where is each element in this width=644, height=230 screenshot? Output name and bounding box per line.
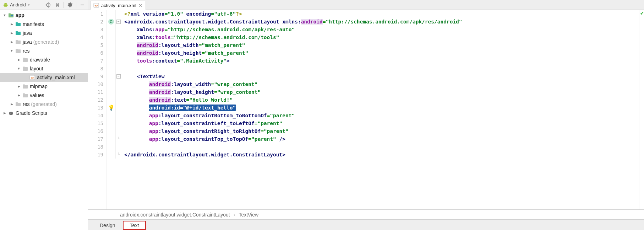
code-line[interactable] <box>122 65 639 73</box>
code-editor[interactable]: 12345678910111213141516171819 C💡 −−└└ <?… <box>88 10 644 209</box>
tree-item-res[interactable]: ▼res <box>0 46 88 55</box>
svg-point-10 <box>11 15 13 16</box>
tree-item-java[interactable]: ▶java <box>0 28 88 37</box>
svg-rect-30 <box>16 102 18 103</box>
class-annotation-icon[interactable]: C <box>108 18 114 25</box>
svg-rect-7 <box>81 5 84 5</box>
tree-item-label: values <box>30 92 44 98</box>
tree-item-activity-main-xml[interactable]: <>activity_main.xml <box>0 73 88 82</box>
svg-rect-22 <box>23 66 25 68</box>
chevron-right-icon[interactable]: ▶ <box>9 31 14 36</box>
code-line[interactable]: android:id="@+id/text_hello" <box>122 104 639 112</box>
tree-item-suffix: (generated) <box>33 39 59 45</box>
tree-item-label: activity_main.xml <box>37 75 75 80</box>
folder-gray-icon <box>22 57 28 63</box>
svg-rect-2 <box>7 4 8 6</box>
fold-gutter[interactable]: −−└└ <box>116 10 122 159</box>
svg-point-31 <box>9 112 13 115</box>
folder-gray-icon <box>22 65 28 72</box>
tree-item-drawable[interactable]: ▶drawable <box>0 55 88 64</box>
chevron-down-icon[interactable]: ▼ <box>2 13 7 18</box>
xml-icon: <> <box>29 74 36 81</box>
folder-gray-icon <box>15 39 21 45</box>
fold-end-icon[interactable]: └ <box>116 137 121 141</box>
tree-item-manifests[interactable]: ▶manifests <box>0 20 88 28</box>
svg-rect-28 <box>23 93 25 94</box>
tree-item-label: mipmap <box>30 84 48 89</box>
tree-item-app[interactable]: ▼app <box>0 11 88 20</box>
tab-text[interactable]: Text <box>123 221 146 230</box>
line-number-gutter: 12345678910111213141516171819 <box>88 10 107 209</box>
code-line[interactable]: tools:context=".MainActivity"> <box>122 57 639 65</box>
chevron-right-icon[interactable]: ▶ <box>9 22 14 27</box>
file-tab-activity-main[interactable]: <> activity_main.xml ✕ <box>90 1 146 10</box>
svg-rect-9 <box>9 13 11 14</box>
fold-collapse-icon[interactable]: − <box>116 20 121 24</box>
tree-item-label: app <box>16 12 24 18</box>
tree-item-mipmap[interactable]: ▶mipmap <box>0 82 88 91</box>
code-line[interactable]: app:layout_constraintTop_toTopOf="parent… <box>122 135 639 143</box>
svg-point-6 <box>48 4 49 5</box>
svg-rect-0 <box>4 4 7 6</box>
code-line[interactable]: app:layout_constraintRight_toRightOf="pa… <box>122 127 639 135</box>
gear-icon[interactable] <box>66 1 74 9</box>
code-line[interactable]: <TextView <box>122 73 639 80</box>
svg-rect-12 <box>16 22 18 23</box>
tab-design[interactable]: Design <box>93 221 122 230</box>
breadcrumb-item-1[interactable]: TextView <box>239 212 258 218</box>
svg-text:<>: <> <box>94 4 98 7</box>
file-tab-label: activity_main.xml <box>101 3 136 8</box>
svg-point-3 <box>5 3 5 4</box>
code-line[interactable]: <?xml version="1.0" encoding="utf-8"?> <box>122 10 639 18</box>
error-stripe[interactable]: ✔ <box>639 10 644 209</box>
chevron-down-icon[interactable]: ▼ <box>16 66 21 71</box>
chevron-right-icon[interactable]: ▶ <box>16 84 21 89</box>
code-line[interactable]: app:layout_constraintBottom_toBottomOf="… <box>122 112 639 119</box>
tree-item-suffix: (generated) <box>31 101 56 107</box>
chevron-right-icon[interactable]: ▶ <box>16 57 21 62</box>
tree-item-layout[interactable]: ▼layout <box>0 64 88 73</box>
code-content[interactable]: <?xml version="1.0" encoding="utf-8"?><a… <box>122 10 639 209</box>
svg-rect-20 <box>23 58 25 59</box>
breadcrumb[interactable]: androidx.constraintlayout.widget.Constra… <box>88 209 644 219</box>
code-line[interactable]: <androidx.constraintlayout.widget.Constr… <box>122 18 639 26</box>
sidebar-title[interactable]: Android ▾ <box>1 2 31 8</box>
fold-end-icon[interactable]: └ <box>116 153 121 157</box>
chevron-down-icon[interactable]: ▼ <box>9 48 14 53</box>
code-line[interactable]: android:layout_height="wrap_content" <box>122 88 639 96</box>
code-line[interactable]: android:text="Hello World!" <box>122 96 639 104</box>
tree-item-label: java <box>23 30 32 36</box>
svg-point-32 <box>10 113 11 113</box>
code-line[interactable]: android:layout_width="wrap_content" <box>122 80 639 88</box>
chevron-right-icon[interactable]: ▶ <box>9 39 14 44</box>
module-icon <box>8 12 14 18</box>
chevron-right-icon[interactable]: ▶ <box>2 111 7 116</box>
fold-collapse-icon[interactable]: − <box>116 74 121 79</box>
code-line[interactable]: xmlns:tools="http://schemas.android.com/… <box>122 33 639 41</box>
code-line[interactable] <box>122 143 639 151</box>
project-tree[interactable]: ▼app▶manifests▶java▶java(generated)▼res▶… <box>0 10 88 230</box>
target-icon[interactable] <box>44 1 52 9</box>
tree-item-label: manifests <box>23 21 44 27</box>
breadcrumb-item-0[interactable]: androidx.constraintlayout.widget.Constra… <box>120 212 230 218</box>
minimize-icon[interactable] <box>78 1 86 9</box>
svg-rect-1 <box>4 4 4 6</box>
chevron-right-icon[interactable]: ▶ <box>16 93 21 98</box>
tree-item-gradle-scripts[interactable]: ▶Gradle Scripts <box>0 108 88 117</box>
project-sidebar: Android ▾ ▼app▶manifests▶java▶java(gener… <box>0 0 88 230</box>
tree-item-values[interactable]: ▶values <box>0 91 88 100</box>
intention-bulb-icon[interactable]: 💡 <box>108 105 114 111</box>
code-line[interactable]: xmlns:app="http://schemas.android.com/ap… <box>122 26 639 33</box>
collapse-icon[interactable] <box>54 1 61 9</box>
chevron-right-icon[interactable]: ▶ <box>9 102 14 107</box>
tree-item-java[interactable]: ▶java(generated) <box>0 37 88 46</box>
code-line[interactable]: </androidx.constraintlayout.widget.Const… <box>122 151 639 159</box>
code-line[interactable]: app:layout_constraintLeft_toLeftOf="pare… <box>122 119 639 127</box>
tree-item-label: res <box>23 48 29 54</box>
annotation-gutter: C💡 <box>107 10 116 159</box>
code-line[interactable]: android:layout_width="match_parent" <box>122 41 639 49</box>
tree-item-label: java <box>23 39 32 45</box>
code-line[interactable]: android:layout_height="match_parent" <box>122 49 639 57</box>
tree-item-res[interactable]: ▶res(generated) <box>0 100 88 108</box>
close-icon[interactable]: ✕ <box>138 3 143 7</box>
